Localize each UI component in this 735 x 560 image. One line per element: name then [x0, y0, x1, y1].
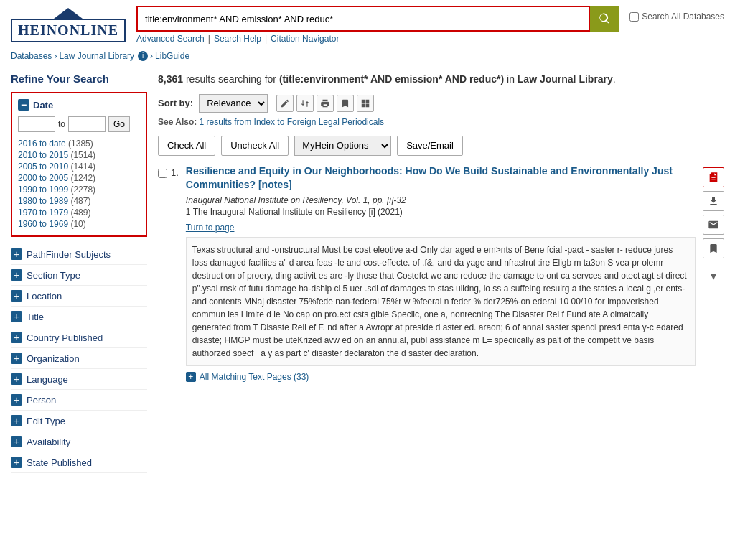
plus-icon: + — [11, 269, 22, 281]
sidebar-item-country-published[interactable]: +Country Published — [11, 327, 147, 348]
logo-container: HEINONLINE — [11, 8, 126, 42]
date-range-item[interactable]: 1960 to 1969 (10) — [18, 218, 140, 230]
date-range-item[interactable]: 1990 to 1999 (2278) — [18, 184, 140, 195]
sidebar-item-organization[interactable]: +Organization — [11, 348, 147, 369]
date-range-item[interactable]: 2010 to 2015 (1514) — [18, 149, 140, 161]
logo-text[interactable]: HEINONLINE — [11, 19, 126, 42]
grid-icon — [360, 98, 370, 108]
see-also-link[interactable]: 1 results from Index to Foreign Legal Pe… — [200, 117, 384, 127]
filter-label-country-published: Country Published — [27, 332, 103, 343]
date-filter-box: − Date to Go 2016 to date (1385) 2010 to… — [11, 92, 147, 237]
date-header-row: − Date — [18, 99, 140, 111]
plus-icon: + — [11, 394, 22, 406]
filter-list: +PathFinder Subjects+Section Type+Locati… — [11, 244, 147, 473]
result-action-icons: ▾ — [703, 164, 724, 382]
date-to-input[interactable] — [68, 116, 106, 132]
sort-select[interactable]: Relevance Date Title Author — [199, 94, 268, 113]
sidebar-item-title[interactable]: +Title — [11, 307, 147, 327]
bc-sep2: › — [150, 51, 153, 61]
myhein-select[interactable]: MyHein Options Save to MyHein Email Resu… — [294, 136, 391, 156]
result-checkbox-1[interactable] — [158, 169, 167, 178]
sort-icon[interactable] — [296, 95, 314, 112]
result-title-1[interactable]: Resilience and Equity in Our Neighborhoo… — [186, 164, 696, 192]
date-range-item[interactable]: 2016 to date (1385) — [18, 138, 140, 149]
bookmark-icon — [708, 243, 719, 254]
sidebar-item-state-published[interactable]: +State Published — [11, 452, 147, 473]
pdf-icon — [708, 172, 719, 183]
sidebar-item-availability[interactable]: +Availability — [11, 431, 147, 452]
bc-info-icon[interactable]: i — [138, 51, 148, 61]
download-icon-btn[interactable] — [703, 191, 724, 211]
sidebar-item-location[interactable]: +Location — [11, 286, 147, 307]
pdf-icon-btn[interactable] — [703, 167, 724, 187]
main-layout: Refine Your Search − Date to Go 2016 to … — [0, 65, 735, 480]
arrows-icon — [300, 98, 310, 108]
date-range-item[interactable]: 1980 to 1989 (487) — [18, 195, 140, 207]
see-also-label: See Also: — [158, 117, 197, 127]
advanced-search-link[interactable]: Advanced Search — [136, 34, 205, 44]
plus-icon: + — [11, 373, 22, 385]
sidebar-item-pathfinder[interactable]: +PathFinder Subjects — [11, 244, 147, 265]
result-journal-1: Inaugural National Institute on Resilien… — [186, 195, 696, 205]
download-icon — [708, 195, 719, 207]
email-icon — [708, 219, 719, 230]
search-all-label: Search All Databases — [642, 11, 724, 22]
bookmark-icon-btn[interactable] — [703, 238, 724, 258]
breadcrumb-library[interactable]: Law Journal Library — [59, 51, 134, 61]
date-to-label: to — [58, 119, 65, 129]
filter-label-organization: Organization — [27, 353, 80, 364]
turn-to-page-link[interactable]: Turn to page — [186, 223, 696, 233]
filter-label-edit-type: Edit Type — [27, 416, 65, 426]
sidebar-item-edit-type[interactable]: +Edit Type — [11, 411, 147, 431]
date-range-item[interactable]: 1970 to 1979 (489) — [18, 207, 140, 218]
date-range-item[interactable]: 2005 to 2010 (1414) — [18, 161, 140, 172]
date-range-item[interactable]: 2000 to 2005 (1242) — [18, 172, 140, 184]
plus-icon: + — [11, 311, 22, 322]
date-from-input[interactable] — [18, 116, 55, 132]
logo-roof — [54, 8, 83, 19]
bc-sep1: › — [54, 51, 57, 61]
all-matching-row[interactable]: + All Matching Text Pages (33) — [186, 372, 696, 382]
save-email-button[interactable]: Save/Email — [397, 136, 463, 156]
search-all-checkbox[interactable] — [629, 12, 639, 22]
print-icon[interactable] — [317, 95, 334, 112]
sidebar-title: Refine Your Search — [11, 73, 147, 85]
email-icon-btn[interactable] — [703, 215, 724, 235]
action-row: Check All Uncheck All MyHein Options Sav… — [158, 136, 724, 156]
search-input[interactable] — [136, 6, 590, 32]
date-go-button[interactable]: Go — [108, 116, 130, 132]
pencil-icon — [280, 98, 290, 108]
results-text1: results searching for — [186, 73, 279, 85]
uncheck-all-button[interactable]: Uncheck All — [221, 136, 289, 156]
date-collapse-icon[interactable]: − — [18, 99, 29, 111]
plus-icon: + — [11, 457, 22, 468]
columns-icon[interactable] — [357, 95, 374, 112]
filter-label-person: Person — [27, 395, 56, 406]
content-area: 8,361 results searching for (title:envir… — [158, 73, 724, 393]
check-all-button[interactable]: Check All — [158, 136, 215, 156]
search-links: Advanced Search | Search Help | Citation… — [136, 34, 619, 44]
search-icon — [598, 12, 611, 25]
breadcrumb-libguide[interactable]: LibGuide — [155, 51, 189, 61]
result-left: 1. — [158, 164, 179, 382]
citation-navigator-link[interactable]: Citation Navigator — [271, 34, 339, 44]
sidebar-item-language[interactable]: +Language — [11, 369, 147, 390]
edit-icon[interactable] — [276, 95, 294, 112]
plus-icon: + — [11, 290, 22, 302]
search-help-link[interactable]: Search Help — [214, 34, 261, 44]
bookmark-list-icon — [340, 98, 350, 108]
plus-icon: + — [11, 436, 22, 447]
header: HEINONLINE Advanced Search | Search Help… — [0, 0, 735, 47]
bookmark-icon-toolbar[interactable] — [337, 95, 354, 112]
all-matching-plus-icon: + — [186, 372, 196, 382]
search-all-area: Search All Databases — [629, 11, 724, 22]
sidebar-item-section-type[interactable]: +Section Type — [11, 265, 147, 286]
results-library: Law Journal Library — [518, 73, 613, 85]
filter-label-title: Title — [27, 312, 44, 322]
sidebar-item-person[interactable]: +Person — [11, 390, 147, 411]
plus-icon: + — [11, 415, 22, 426]
filter-label-state-published: State Published — [27, 457, 92, 468]
search-button[interactable] — [590, 6, 619, 32]
breadcrumb-databases[interactable]: Databases — [11, 51, 52, 61]
plus-icon: + — [11, 332, 22, 343]
